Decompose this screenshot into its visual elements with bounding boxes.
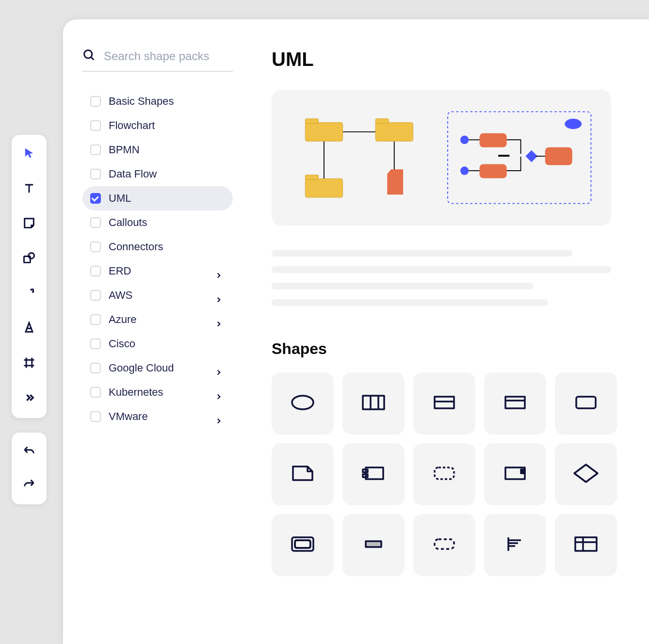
svg-point-14 bbox=[565, 119, 582, 129]
pack-label: Google Cloud bbox=[109, 362, 174, 374]
text-placeholder bbox=[272, 299, 548, 306]
pack-item-aws[interactable]: AWS bbox=[82, 283, 233, 307]
pack-item-cisco[interactable]: Cisco bbox=[82, 332, 233, 356]
preview-package-diagram bbox=[296, 112, 422, 204]
checkbox-icon[interactable] bbox=[90, 193, 101, 204]
checkbox-icon[interactable] bbox=[90, 314, 101, 325]
shape-use-case[interactable] bbox=[272, 372, 334, 435]
arrow-icon bbox=[22, 286, 36, 302]
frame-icon bbox=[22, 356, 36, 371]
pack-label: Connectors bbox=[109, 241, 163, 253]
shape-state-dashed[interactable] bbox=[413, 443, 475, 505]
pen-tool[interactable] bbox=[19, 319, 39, 338]
shape-class-3col[interactable] bbox=[342, 372, 405, 435]
sticky-note-tool[interactable] bbox=[19, 214, 39, 234]
shape-combined-fragment[interactable] bbox=[484, 514, 546, 576]
svg-rect-8 bbox=[305, 119, 318, 124]
pack-item-flowchart[interactable]: Flowchart bbox=[82, 113, 233, 138]
svg-rect-33 bbox=[576, 397, 596, 408]
history-toolbar bbox=[12, 433, 47, 504]
checkbox-icon[interactable] bbox=[90, 120, 101, 131]
cursor-icon bbox=[22, 146, 36, 162]
description-placeholder bbox=[272, 250, 649, 306]
checkbox-icon[interactable] bbox=[90, 363, 101, 373]
checkbox-icon[interactable] bbox=[90, 217, 101, 228]
checkbox-icon[interactable] bbox=[90, 169, 101, 179]
shape-decision[interactable] bbox=[555, 443, 617, 505]
checkbox-icon[interactable] bbox=[90, 387, 101, 398]
pack-item-basic-shapes[interactable]: Basic Shapes bbox=[82, 89, 233, 113]
pack-item-bpmn[interactable]: BPMN bbox=[82, 138, 233, 162]
pack-item-data-flow[interactable]: Data Flow bbox=[82, 162, 233, 186]
cursor-tool[interactable] bbox=[19, 145, 39, 164]
checkbox-icon[interactable] bbox=[90, 266, 101, 276]
decision-icon bbox=[572, 463, 600, 486]
checkbox-icon[interactable] bbox=[90, 145, 101, 155]
search-input[interactable] bbox=[104, 49, 233, 63]
frame-tool[interactable] bbox=[19, 354, 39, 373]
text-tool[interactable] bbox=[19, 179, 39, 199]
pack-item-vmware[interactable]: VMware bbox=[82, 404, 233, 429]
shape-port-rect[interactable] bbox=[484, 443, 546, 505]
class-3col-icon bbox=[360, 392, 387, 415]
pack-item-google-cloud[interactable]: Google Cloud bbox=[82, 356, 233, 380]
svg-rect-17 bbox=[479, 133, 506, 147]
shape-icon bbox=[22, 251, 36, 267]
pack-item-azure[interactable]: Azure bbox=[82, 307, 233, 332]
shape-table[interactable] bbox=[555, 514, 617, 576]
frame-icon bbox=[289, 533, 316, 557]
class-2row-icon bbox=[431, 392, 458, 415]
shape-note[interactable] bbox=[272, 443, 334, 505]
svg-rect-31 bbox=[505, 397, 525, 408]
pack-label: Basic Shapes bbox=[109, 95, 174, 108]
checkbox-icon[interactable] bbox=[90, 242, 101, 252]
svg-rect-20 bbox=[525, 150, 537, 162]
table-icon bbox=[572, 533, 600, 557]
svg-rect-39 bbox=[521, 469, 525, 473]
search-icon bbox=[82, 48, 96, 64]
note-icon bbox=[289, 463, 316, 486]
checkbox-icon[interactable] bbox=[90, 290, 101, 301]
pack-item-kubernetes[interactable]: Kubernetes bbox=[82, 380, 233, 404]
pack-label: AWS bbox=[109, 289, 132, 302]
pack-item-connectors[interactable]: Connectors bbox=[82, 235, 233, 259]
checkbox-icon[interactable] bbox=[90, 338, 101, 349]
tool-toolbar bbox=[12, 135, 47, 418]
shape-tool[interactable] bbox=[19, 249, 39, 269]
sticky-note-icon bbox=[22, 216, 36, 232]
undo-button[interactable] bbox=[19, 442, 39, 462]
use-case-icon bbox=[289, 392, 316, 415]
preview-activity-diagram bbox=[447, 109, 592, 206]
svg-rect-43 bbox=[366, 541, 381, 547]
pack-item-uml[interactable]: UML bbox=[82, 186, 233, 210]
svg-rect-29 bbox=[435, 397, 454, 408]
arrow-tool[interactable] bbox=[19, 284, 39, 304]
pack-item-erd[interactable]: ERD bbox=[82, 259, 233, 283]
pack-label: Azure bbox=[109, 313, 136, 326]
pack-item-callouts[interactable]: Callouts bbox=[82, 210, 233, 235]
accept-event-icon bbox=[431, 533, 458, 557]
pack-detail: UML bbox=[243, 19, 649, 644]
shape-accept-event[interactable] bbox=[413, 514, 475, 576]
checkbox-icon[interactable] bbox=[90, 96, 101, 107]
pack-label: Flowchart bbox=[109, 119, 155, 132]
checkbox-icon[interactable] bbox=[90, 411, 101, 422]
more-tool[interactable] bbox=[19, 389, 39, 408]
shape-component[interactable] bbox=[342, 443, 405, 505]
text-placeholder bbox=[272, 266, 611, 273]
shape-action[interactable] bbox=[342, 514, 405, 576]
shape-class-header[interactable] bbox=[484, 372, 546, 435]
shape-object[interactable] bbox=[555, 372, 617, 435]
svg-rect-9 bbox=[375, 123, 413, 142]
svg-rect-18 bbox=[479, 164, 506, 178]
search-shape-packs[interactable] bbox=[82, 48, 233, 72]
redo-button[interactable] bbox=[19, 475, 39, 495]
svg-rect-49 bbox=[575, 537, 597, 551]
shape-packs-panel: Basic ShapesFlowchartBPMNData FlowUMLCal… bbox=[63, 19, 649, 644]
shape-frame[interactable] bbox=[272, 514, 334, 576]
shape-class-2row[interactable] bbox=[413, 372, 475, 435]
pack-label: ERD bbox=[109, 265, 131, 277]
svg-rect-19 bbox=[545, 147, 572, 165]
action-icon bbox=[360, 533, 387, 557]
pack-label: BPMN bbox=[109, 144, 140, 156]
